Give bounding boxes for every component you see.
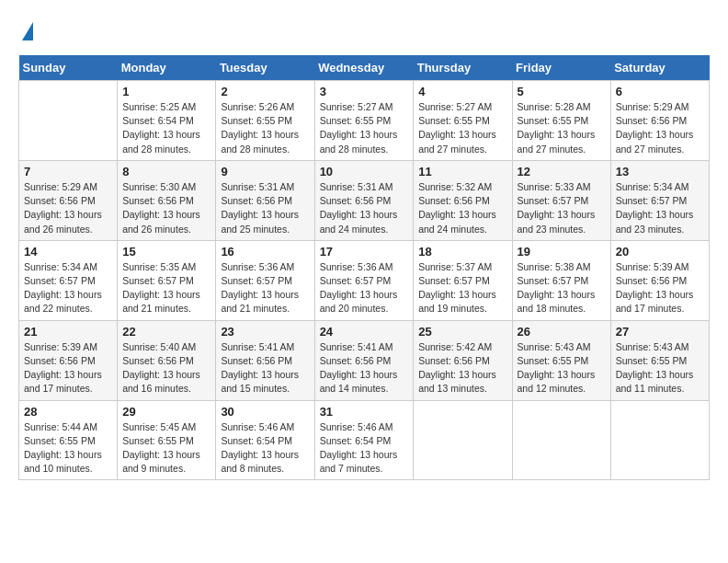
day-info: Sunrise: 5:46 AM Sunset: 6:54 PM Dayligh… — [221, 420, 309, 477]
calendar-cell: 27Sunrise: 5:43 AM Sunset: 6:55 PM Dayli… — [610, 320, 709, 400]
day-header-wednesday: Wednesday — [314, 55, 414, 81]
page-header — [18, 18, 710, 40]
calendar-cell: 9Sunrise: 5:31 AM Sunset: 6:56 PM Daylig… — [216, 160, 314, 240]
day-number: 9 — [221, 165, 309, 178]
calendar-cell: 7Sunrise: 5:29 AM Sunset: 6:56 PM Daylig… — [19, 160, 118, 240]
day-number: 14 — [24, 245, 112, 259]
calendar-cell — [512, 400, 610, 480]
day-info: Sunrise: 5:42 AM Sunset: 6:56 PM Dayligh… — [418, 340, 506, 396]
day-number: 31 — [320, 405, 409, 419]
calendar-cell: 15Sunrise: 5:35 AM Sunset: 6:57 PM Dayli… — [118, 240, 216, 320]
day-number: 2 — [221, 85, 309, 98]
calendar-cell: 25Sunrise: 5:42 AM Sunset: 6:56 PM Dayli… — [414, 320, 512, 400]
calendar-cell: 21Sunrise: 5:39 AM Sunset: 6:56 PM Dayli… — [19, 320, 118, 400]
calendar-cell: 8Sunrise: 5:30 AM Sunset: 6:56 PM Daylig… — [118, 160, 216, 240]
day-info: Sunrise: 5:36 AM Sunset: 6:57 PM Dayligh… — [320, 260, 409, 316]
day-info: Sunrise: 5:41 AM Sunset: 6:56 PM Dayligh… — [221, 340, 309, 396]
day-info: Sunrise: 5:43 AM Sunset: 6:55 PM Dayligh… — [518, 340, 606, 396]
day-header-friday: Friday — [512, 55, 610, 81]
day-number: 25 — [418, 325, 506, 339]
day-number: 5 — [518, 85, 606, 98]
day-info: Sunrise: 5:31 AM Sunset: 6:56 PM Dayligh… — [320, 180, 409, 236]
calendar-week-2: 7Sunrise: 5:29 AM Sunset: 6:56 PM Daylig… — [19, 160, 710, 240]
calendar-cell: 6Sunrise: 5:29 AM Sunset: 6:56 PM Daylig… — [610, 81, 709, 161]
calendar-cell: 28Sunrise: 5:44 AM Sunset: 6:55 PM Dayli… — [19, 400, 118, 480]
calendar-cell: 17Sunrise: 5:36 AM Sunset: 6:57 PM Dayli… — [314, 240, 414, 320]
day-info: Sunrise: 5:29 AM Sunset: 6:56 PM Dayligh… — [616, 100, 704, 156]
day-header-thursday: Thursday — [414, 55, 512, 81]
calendar-week-1: 1Sunrise: 5:25 AM Sunset: 6:54 PM Daylig… — [19, 81, 710, 161]
day-number: 19 — [518, 245, 606, 259]
calendar-cell: 19Sunrise: 5:38 AM Sunset: 6:57 PM Dayli… — [512, 240, 610, 320]
day-info: Sunrise: 5:27 AM Sunset: 6:55 PM Dayligh… — [418, 100, 506, 156]
day-info: Sunrise: 5:44 AM Sunset: 6:55 PM Dayligh… — [24, 420, 112, 477]
day-info: Sunrise: 5:40 AM Sunset: 6:56 PM Dayligh… — [122, 340, 210, 396]
calendar-week-5: 28Sunrise: 5:44 AM Sunset: 6:55 PM Dayli… — [19, 400, 710, 480]
day-info: Sunrise: 5:38 AM Sunset: 6:57 PM Dayligh… — [518, 260, 606, 316]
calendar-cell — [610, 400, 709, 480]
calendar-cell: 3Sunrise: 5:27 AM Sunset: 6:55 PM Daylig… — [314, 81, 414, 161]
day-number: 4 — [418, 85, 506, 98]
calendar-cell: 23Sunrise: 5:41 AM Sunset: 6:56 PM Dayli… — [216, 320, 314, 400]
calendar-cell: 31Sunrise: 5:46 AM Sunset: 6:54 PM Dayli… — [314, 400, 414, 480]
calendar-week-3: 14Sunrise: 5:34 AM Sunset: 6:57 PM Dayli… — [19, 240, 710, 320]
day-number: 22 — [122, 325, 210, 339]
day-info: Sunrise: 5:41 AM Sunset: 6:56 PM Dayligh… — [320, 340, 409, 396]
day-number: 3 — [320, 85, 409, 98]
day-number: 7 — [24, 165, 112, 178]
day-number: 27 — [616, 325, 704, 339]
calendar-cell: 29Sunrise: 5:45 AM Sunset: 6:55 PM Dayli… — [118, 400, 216, 480]
calendar-body: 1Sunrise: 5:25 AM Sunset: 6:54 PM Daylig… — [19, 81, 710, 480]
day-info: Sunrise: 5:29 AM Sunset: 6:56 PM Dayligh… — [24, 180, 112, 236]
day-info: Sunrise: 5:43 AM Sunset: 6:55 PM Dayligh… — [616, 340, 704, 396]
day-number: 10 — [320, 165, 409, 178]
calendar-cell: 26Sunrise: 5:43 AM Sunset: 6:55 PM Dayli… — [512, 320, 610, 400]
calendar-cell: 20Sunrise: 5:39 AM Sunset: 6:56 PM Dayli… — [610, 240, 709, 320]
calendar-cell: 22Sunrise: 5:40 AM Sunset: 6:56 PM Dayli… — [118, 320, 216, 400]
day-info: Sunrise: 5:37 AM Sunset: 6:57 PM Dayligh… — [418, 260, 506, 316]
day-info: Sunrise: 5:32 AM Sunset: 6:56 PM Dayligh… — [418, 180, 506, 236]
day-number: 28 — [24, 405, 112, 419]
day-number: 16 — [221, 245, 309, 259]
day-header-monday: Monday — [118, 55, 216, 81]
day-info: Sunrise: 5:33 AM Sunset: 6:57 PM Dayligh… — [518, 180, 606, 236]
calendar-cell: 18Sunrise: 5:37 AM Sunset: 6:57 PM Dayli… — [414, 240, 512, 320]
day-info: Sunrise: 5:34 AM Sunset: 6:57 PM Dayligh… — [616, 180, 704, 236]
day-info: Sunrise: 5:45 AM Sunset: 6:55 PM Dayligh… — [122, 420, 210, 477]
day-number: 17 — [320, 245, 409, 259]
day-info: Sunrise: 5:31 AM Sunset: 6:56 PM Dayligh… — [221, 180, 309, 236]
day-info: Sunrise: 5:34 AM Sunset: 6:57 PM Dayligh… — [24, 260, 112, 316]
day-info: Sunrise: 5:28 AM Sunset: 6:55 PM Dayligh… — [518, 100, 606, 156]
day-number: 20 — [616, 245, 704, 259]
calendar-cell: 30Sunrise: 5:46 AM Sunset: 6:54 PM Dayli… — [216, 400, 314, 480]
day-info: Sunrise: 5:26 AM Sunset: 6:55 PM Dayligh… — [221, 100, 309, 156]
day-info: Sunrise: 5:39 AM Sunset: 6:56 PM Dayligh… — [616, 260, 704, 316]
day-info: Sunrise: 5:27 AM Sunset: 6:55 PM Dayligh… — [320, 100, 409, 156]
calendar-cell: 10Sunrise: 5:31 AM Sunset: 6:56 PM Dayli… — [314, 160, 414, 240]
day-number: 26 — [518, 325, 606, 339]
day-number: 24 — [320, 325, 409, 339]
calendar-cell: 11Sunrise: 5:32 AM Sunset: 6:56 PM Dayli… — [414, 160, 512, 240]
logo-icon — [22, 22, 33, 40]
day-info: Sunrise: 5:30 AM Sunset: 6:56 PM Dayligh… — [122, 180, 210, 236]
day-number: 1 — [122, 85, 210, 98]
calendar-cell: 16Sunrise: 5:36 AM Sunset: 6:57 PM Dayli… — [216, 240, 314, 320]
day-number: 12 — [518, 165, 606, 178]
calendar-cell: 4Sunrise: 5:27 AM Sunset: 6:55 PM Daylig… — [414, 81, 512, 161]
day-number: 15 — [122, 245, 210, 259]
calendar-week-4: 21Sunrise: 5:39 AM Sunset: 6:56 PM Dayli… — [19, 320, 710, 400]
day-header-tuesday: Tuesday — [216, 55, 314, 81]
day-number: 29 — [122, 405, 210, 419]
day-number: 21 — [24, 325, 112, 339]
calendar-cell: 2Sunrise: 5:26 AM Sunset: 6:55 PM Daylig… — [216, 81, 314, 161]
day-info: Sunrise: 5:46 AM Sunset: 6:54 PM Dayligh… — [320, 420, 409, 477]
day-number: 23 — [221, 325, 309, 339]
day-info: Sunrise: 5:39 AM Sunset: 6:56 PM Dayligh… — [24, 340, 112, 396]
calendar-cell — [414, 400, 512, 480]
day-info: Sunrise: 5:36 AM Sunset: 6:57 PM Dayligh… — [221, 260, 309, 316]
calendar-cell — [19, 81, 118, 161]
calendar-header-row: SundayMondayTuesdayWednesdayThursdayFrid… — [19, 55, 710, 81]
calendar-table: SundayMondayTuesdayWednesdayThursdayFrid… — [18, 55, 710, 480]
calendar-cell: 5Sunrise: 5:28 AM Sunset: 6:55 PM Daylig… — [512, 81, 610, 161]
day-header-sunday: Sunday — [19, 55, 118, 81]
